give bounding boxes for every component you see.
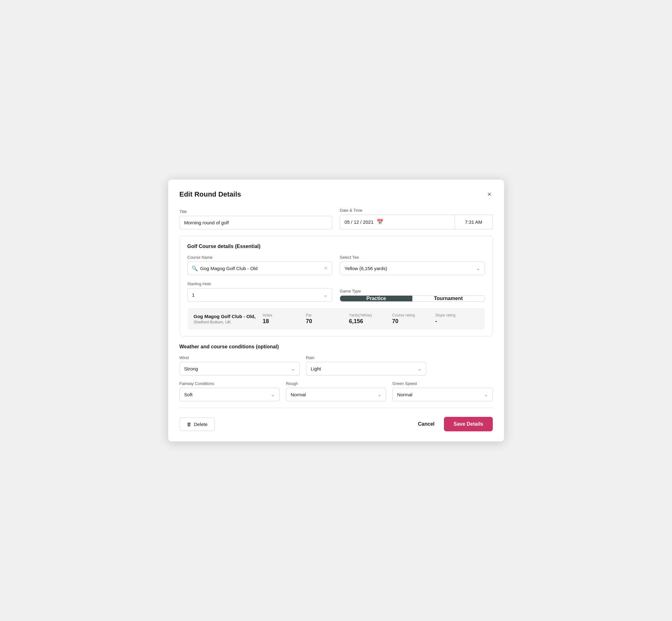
delete-button[interactable]: 🗑 Delete (179, 417, 215, 431)
course-info-location: Shelford Bottom, UK (194, 320, 263, 324)
datetime-label: Date & Time (340, 208, 493, 213)
slope-rating-stat: Slope rating - (435, 313, 478, 325)
modal-title: Edit Round Details (179, 190, 241, 199)
green-speed-label: Green Speed (392, 381, 493, 386)
footer-row: 🗑 Delete Cancel Save Details (179, 417, 493, 431)
rough-group: Rough ShortNormalLong ⌄ (286, 381, 386, 401)
wind-select-wrap[interactable]: NoneLightModerateStrongVery Strong ⌄ (179, 362, 300, 375)
time-box[interactable]: 7:31 AM (455, 215, 493, 230)
rain-group: Rain NoneLightModerateHeavy ⌄ (306, 355, 426, 375)
slope-rating-label: Slope rating (435, 313, 456, 318)
course-info-name-text: Gog Magog Golf Club - Old, (194, 314, 263, 319)
fairway-dropdown[interactable]: SoftNormalHard (184, 388, 269, 401)
golf-course-section: Golf Course details (Essential) Course N… (179, 236, 493, 336)
game-type-label: Game Type (340, 289, 485, 293)
course-name-input-wrap[interactable]: 🔍 × (187, 261, 333, 275)
select-tee-label: Select Tee (340, 255, 485, 260)
course-name-label: Course Name (187, 255, 333, 260)
practice-button[interactable]: Practice (340, 296, 412, 301)
select-tee-group: Select Tee Yellow (6,156 yards) White Re… (340, 255, 485, 275)
title-group: Title (179, 209, 333, 230)
fairway-rough-green-row: Fairway Conditions SoftNormalHard ⌄ Roug… (179, 381, 493, 401)
wind-group: Wind NoneLightModerateStrongVery Strong … (179, 355, 300, 375)
par-value: 70 (306, 318, 312, 325)
chevron-down-icon-hole: ⌄ (323, 292, 328, 298)
green-speed-select-wrap[interactable]: SlowNormalFastVery Fast ⌄ (392, 388, 493, 401)
footer-divider (179, 408, 493, 408)
close-button[interactable]: × (486, 190, 493, 199)
title-datetime-row: Title Date & Time 05 / 12 / 2021 📅 7:31 … (179, 208, 493, 230)
rain-dropdown[interactable]: NoneLightModerateHeavy (311, 362, 416, 375)
course-rating-label: Course rating (392, 313, 415, 318)
hole-gametype-row: Starting Hole 1234 5678 910 ⌄ Game Type … (187, 282, 485, 302)
date-box[interactable]: 05 / 12 / 2021 📅 (340, 215, 455, 230)
datetime-group: Date & Time 05 / 12 / 2021 📅 7:31 AM (340, 208, 493, 230)
rain-select-wrap[interactable]: NoneLightModerateHeavy ⌄ (306, 362, 426, 375)
yards-stat: Yards(Yellow) 6,156 (349, 313, 392, 325)
starting-hole-wrap[interactable]: 1234 5678 910 ⌄ (187, 288, 333, 302)
course-name-group: Course Name 🔍 × (187, 255, 333, 275)
slope-rating-value: - (435, 318, 437, 325)
calendar-icon: 📅 (377, 219, 383, 225)
chevron-down-icon-rain: ⌄ (417, 366, 421, 372)
modal-header: Edit Round Details × (179, 190, 493, 199)
course-tee-row: Course Name 🔍 × Select Tee Yellow (6,156… (187, 255, 485, 275)
fairway-group: Fairway Conditions SoftNormalHard ⌄ (179, 381, 280, 401)
date-time-row: 05 / 12 / 2021 📅 7:31 AM (340, 215, 493, 230)
green-speed-group: Green Speed SlowNormalFastVery Fast ⌄ (392, 381, 493, 401)
trash-icon: 🗑 (187, 422, 192, 427)
course-name-clear-button[interactable]: × (323, 265, 328, 272)
title-input[interactable] (179, 216, 333, 230)
chevron-down-icon-green-speed: ⌄ (484, 391, 488, 398)
green-speed-dropdown[interactable]: SlowNormalFastVery Fast (397, 388, 482, 401)
course-rating-value: 70 (392, 318, 398, 325)
chevron-down-icon-wind: ⌄ (291, 366, 295, 372)
game-type-group: Game Type Practice Tournament (340, 289, 485, 302)
course-info-name: Gog Magog Golf Club - Old, Shelford Bott… (194, 314, 263, 324)
save-button[interactable]: Save Details (444, 417, 493, 431)
weather-section: Weather and course conditions (optional)… (179, 344, 493, 401)
game-type-toggle: Practice Tournament (340, 295, 485, 302)
chevron-down-icon: ⌄ (476, 265, 480, 272)
title-label: Title (179, 209, 333, 214)
delete-label: Delete (194, 422, 208, 427)
course-name-input[interactable] (200, 262, 324, 275)
search-icon: 🔍 (192, 265, 198, 272)
select-tee-wrap[interactable]: Yellow (6,156 yards) White Red Blue ⌄ (340, 261, 485, 275)
starting-hole-group: Starting Hole 1234 5678 910 ⌄ (187, 282, 333, 302)
par-label: Par (306, 313, 312, 318)
cancel-button[interactable]: Cancel (415, 417, 437, 431)
holes-value: 18 (262, 318, 269, 325)
edit-round-modal: Edit Round Details × Title Date & Time 0… (168, 179, 504, 442)
par-stat: Par 70 (306, 313, 349, 325)
course-info-box: Gog Magog Golf Club - Old, Shelford Bott… (187, 308, 485, 330)
golf-course-section-title: Golf Course details (Essential) (187, 244, 485, 249)
rough-dropdown[interactable]: ShortNormalLong (291, 388, 375, 401)
yards-value: 6,156 (349, 318, 363, 325)
rough-select-wrap[interactable]: ShortNormalLong ⌄ (286, 388, 386, 401)
holes-stat: Holes 18 (262, 313, 306, 325)
weather-section-title: Weather and course conditions (optional) (179, 344, 493, 349)
chevron-down-icon-fairway: ⌄ (271, 391, 275, 398)
rain-label: Rain (306, 355, 426, 360)
wind-label: Wind (179, 355, 300, 360)
starting-hole-dropdown[interactable]: 1234 5678 910 (192, 288, 322, 301)
fairway-label: Fairway Conditions (179, 381, 280, 386)
wind-rain-row: Wind NoneLightModerateStrongVery Strong … (179, 355, 493, 375)
footer-right: Cancel Save Details (415, 417, 493, 431)
time-value: 7:31 AM (465, 219, 482, 225)
tournament-button[interactable]: Tournament (412, 296, 485, 301)
starting-hole-label: Starting Hole (187, 282, 333, 286)
rough-label: Rough (286, 381, 386, 386)
fairway-select-wrap[interactable]: SoftNormalHard ⌄ (179, 388, 280, 401)
wind-dropdown[interactable]: NoneLightModerateStrongVery Strong (184, 362, 289, 375)
chevron-down-icon-rough: ⌄ (377, 391, 381, 398)
holes-label: Holes (262, 313, 272, 318)
select-tee-dropdown[interactable]: Yellow (6,156 yards) White Red Blue (344, 262, 474, 275)
date-value: 05 / 12 / 2021 (344, 219, 374, 225)
yards-label: Yards(Yellow) (349, 313, 372, 318)
course-rating-stat: Course rating 70 (392, 313, 435, 325)
